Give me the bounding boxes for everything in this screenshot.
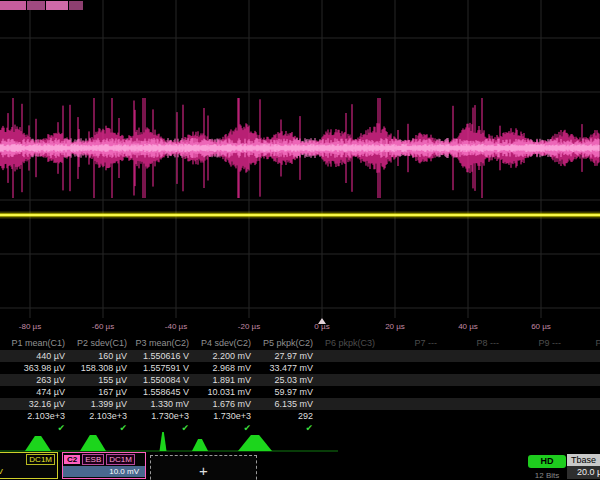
measure-value-cell	[439, 350, 501, 362]
table-row: 363.98 µV158.308 µV1.557591 V2.968 mV33.…	[0, 362, 600, 374]
trace-title-fragment	[27, 1, 45, 10]
measurement-table: P1 mean(C1)P2 sdev(C1)P3 mean(C2)P4 sdev…	[0, 336, 600, 434]
measure-value-cell: 1.558645 V	[129, 386, 191, 398]
measure-value-cell	[439, 362, 501, 374]
time-tick-label: -60 µs	[92, 322, 114, 331]
c2-coupling-tag: DC1M	[106, 454, 135, 465]
c2-channel-tag: C2	[64, 455, 80, 464]
measure-header-cell[interactable]: P9 ---	[501, 336, 563, 350]
measure-value-cell: 2.200 mV	[191, 350, 253, 362]
time-tick-label: 20 µs	[385, 322, 405, 331]
timebase-label: Tbase	[567, 454, 600, 466]
channel-c1-descriptor[interactable]: DC1M 10.0 mV	[0, 452, 58, 479]
measure-header-cell[interactable]: P1 mean(C1)	[5, 336, 67, 350]
histogram-peak	[80, 435, 106, 451]
measure-value-cell: 27.97 mV	[253, 350, 315, 362]
measure-value-cell	[377, 374, 439, 386]
measure-header-cell[interactable]: P7 ---	[377, 336, 439, 350]
time-tick-label: -80 µs	[19, 322, 41, 331]
measure-value-cell: 59.97 mV	[253, 386, 315, 398]
timebase-value: 20.0 µs/div	[567, 466, 600, 479]
measure-value-cell: 1.550084 V	[129, 374, 191, 386]
plus-icon: +	[199, 462, 208, 479]
measure-value-cell	[439, 374, 501, 386]
measure-value-cell: 32.16 µV	[5, 398, 67, 410]
measure-value-cell: 1.676 mV	[191, 398, 253, 410]
trace-title-fragment	[46, 1, 68, 10]
measure-value-cell	[315, 398, 377, 410]
histogram-peak	[25, 436, 51, 451]
hd-mode-indicator[interactable]: HD 12 Bits	[528, 455, 566, 480]
measure-value-cell	[563, 374, 600, 386]
measure-value-cell: 1.730e+3	[129, 410, 191, 422]
measure-value-cell: 2.103e+3	[67, 410, 129, 422]
table-row: 2.103e+32.103e+31.730e+31.730e+3292	[0, 410, 600, 422]
table-row: P1 mean(C1)P2 sdev(C1)P3 mean(C2)P4 sdev…	[0, 336, 600, 350]
channel-c2-descriptor[interactable]: C2 ESB DC1M 10.0 mV	[62, 452, 146, 479]
table-row: 263 µV155 µV1.550084 V1.891 mV25.03 mV	[0, 374, 600, 386]
histogram-peak	[238, 435, 272, 451]
histogram-peak	[160, 432, 167, 451]
trace-title-fragment	[0, 1, 26, 10]
c1-coupling-tag: DC1M	[26, 454, 55, 465]
measure-header-cell[interactable]: P6 pkpk(C3)	[315, 336, 377, 350]
table-row: 474 µV167 µV1.558645 V10.031 mV59.97 mV	[0, 386, 600, 398]
measure-value-cell: 1.399 µV	[67, 398, 129, 410]
measure-value-cell: 1.330 mV	[129, 398, 191, 410]
measure-header-cell[interactable]: P5 pkpk(C2)	[253, 336, 315, 350]
measure-value-cell	[563, 350, 600, 362]
measure-value-cell	[501, 410, 563, 422]
table-row: 440 µV160 µV1.550616 V2.200 mV27.97 mV	[0, 350, 600, 362]
measure-value-cell	[377, 410, 439, 422]
oscilloscope-screen: -100 µs-80 µs-60 µs-40 µs-20 µs0 µs20 µs…	[0, 0, 600, 480]
measure-value-cell: 25.03 mV	[253, 374, 315, 386]
measure-value-cell: 160 µV	[67, 350, 129, 362]
measure-value-cell: 474 µV	[5, 386, 67, 398]
measure-value-cell	[563, 386, 600, 398]
measure-value-cell	[439, 410, 501, 422]
measure-value-cell: 2.968 mV	[191, 362, 253, 374]
hd-bits-label: 12 Bits	[528, 471, 566, 480]
measure-value-cell	[501, 374, 563, 386]
measure-value-cell: 158.308 µV	[67, 362, 129, 374]
time-tick-label: -20 µs	[238, 322, 260, 331]
measure-value-cell: 363.98 µV	[5, 362, 67, 374]
measure-value-cell: 440 µV	[5, 350, 67, 362]
measure-value-cell: 10.031 mV	[191, 386, 253, 398]
waveform-grid	[0, 0, 600, 318]
measure-value-cell	[563, 398, 600, 410]
add-trace-button[interactable]: +	[150, 455, 257, 480]
measure-header-cell[interactable]: P2 sdev(C1)	[67, 336, 129, 350]
measure-value-cell: 33.477 mV	[253, 362, 315, 374]
measure-value-cell	[501, 350, 563, 362]
measure-header-cell[interactable]: P8 ---	[439, 336, 501, 350]
c2-scale-value: 10.0 mV	[63, 466, 145, 477]
measure-header-cell[interactable]: P3 mean(C2)	[129, 336, 191, 350]
measure-value-cell	[501, 386, 563, 398]
measure-value-cell	[377, 398, 439, 410]
c2-esb-tag: ESB	[82, 454, 104, 465]
measure-value-cell	[377, 350, 439, 362]
histogram-peak	[192, 439, 208, 451]
measure-value-cell: 167 µV	[67, 386, 129, 398]
measure-value-cell: 1.730e+3	[191, 410, 253, 422]
c1-scale-value: 10.0 mV	[0, 465, 57, 476]
timebase-descriptor[interactable]: Tbase 20.0 µs/div	[567, 454, 600, 479]
measure-value-cell	[377, 386, 439, 398]
measure-header-cell[interactable]: P10 ---	[563, 336, 600, 350]
measure-value-cell	[563, 362, 600, 374]
measure-value-cell: 1.557591 V	[129, 362, 191, 374]
measurement-histogram	[0, 430, 600, 452]
measure-value-cell	[315, 386, 377, 398]
time-axis: -100 µs-80 µs-60 µs-40 µs-20 µs0 µs20 µs…	[0, 318, 600, 336]
measure-value-cell	[501, 398, 563, 410]
trace-title-strip	[0, 1, 83, 10]
time-tick-label: 0 µs	[314, 322, 329, 331]
trace-title-fragment	[69, 1, 83, 10]
time-tick-label: -40 µs	[165, 322, 187, 331]
measure-value-cell: 292	[253, 410, 315, 422]
measure-value-cell: 6.135 mV	[253, 398, 315, 410]
measure-header-cell[interactable]: P4 sdev(C2)	[191, 336, 253, 350]
measure-value-cell: 1.550616 V	[129, 350, 191, 362]
measure-value-cell: 155 µV	[67, 374, 129, 386]
